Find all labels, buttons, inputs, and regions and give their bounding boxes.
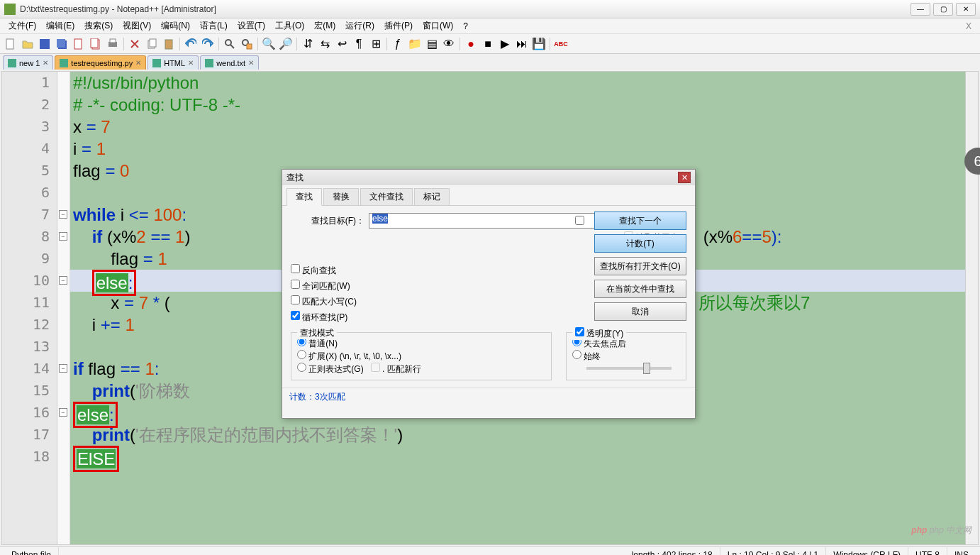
tab-close-icon[interactable]: ✕ bbox=[43, 59, 48, 67]
menu-macro[interactable]: 宏(M) bbox=[310, 18, 340, 33]
copy-icon[interactable] bbox=[144, 36, 160, 52]
file-icon bbox=[60, 59, 68, 67]
count-button[interactable]: 计数(T) bbox=[594, 234, 686, 253]
paste-icon[interactable] bbox=[161, 36, 177, 52]
close-file-icon[interactable] bbox=[71, 36, 87, 52]
menu-edit[interactable]: 编辑(E) bbox=[42, 18, 79, 33]
dialog-title: 查找 bbox=[286, 172, 304, 184]
trans-lostfocus-radio[interactable]: 失去焦点后 bbox=[572, 339, 626, 348]
svg-rect-11 bbox=[165, 40, 172, 49]
menu-window[interactable]: 窗口(W) bbox=[418, 18, 457, 33]
zoom-in-icon[interactable]: 🔍 bbox=[261, 36, 277, 52]
trans-always-radio[interactable]: 始终 bbox=[572, 351, 601, 361]
dialog-close-button[interactable]: ✕ bbox=[678, 172, 691, 183]
wrap-icon[interactable]: ↩ bbox=[334, 36, 350, 52]
dialog-titlebar[interactable]: 查找 ✕ bbox=[282, 170, 695, 185]
fold-minus-icon[interactable]: − bbox=[59, 364, 67, 373]
status-encoding[interactable]: UTF-8 bbox=[908, 547, 947, 555]
menu-run[interactable]: 运行(R) bbox=[341, 18, 379, 33]
status-position: Ln : 10 Col : 9 Sel : 4 | 1 bbox=[720, 547, 827, 555]
zoom-out-icon[interactable]: 🔎 bbox=[278, 36, 294, 52]
find-next-pin-checkbox[interactable] bbox=[575, 216, 584, 225]
play-multi-icon[interactable]: ⏭ bbox=[514, 36, 530, 52]
status-insert-mode[interactable]: INS bbox=[947, 547, 976, 555]
show-all-chars-icon[interactable]: ¶ bbox=[351, 36, 367, 52]
play-macro-icon[interactable]: ▶ bbox=[497, 36, 513, 52]
new-file-icon[interactable] bbox=[3, 36, 18, 52]
find-in-current-button[interactable]: 在当前文件中查找 bbox=[594, 280, 686, 298]
dialog-tab-mark[interactable]: 标记 bbox=[414, 188, 450, 205]
save-icon[interactable] bbox=[37, 36, 52, 52]
tab-new1[interactable]: new 1✕ bbox=[3, 55, 53, 70]
function-list-icon[interactable]: ƒ bbox=[390, 36, 406, 52]
cancel-button[interactable]: 取消 bbox=[594, 302, 686, 321]
dialog-tab-findfiles[interactable]: 文件查找 bbox=[360, 188, 413, 205]
dotall-checkbox[interactable]: . 匹配新行 bbox=[371, 364, 421, 374]
maximize-button[interactable]: ▢ bbox=[933, 3, 953, 16]
window-title: D:\txt\testrequestimg.py - Notepad++ [Ad… bbox=[20, 4, 911, 14]
sync-h-icon[interactable]: ⇆ bbox=[317, 36, 333, 52]
mode-extended-radio[interactable]: 扩展(X) (\n, \r, \t, \0, \x...) bbox=[297, 351, 401, 361]
fold-minus-icon[interactable]: − bbox=[59, 210, 67, 219]
indent-guide-icon[interactable]: ⊞ bbox=[368, 36, 384, 52]
menu-help[interactable]: ? bbox=[459, 20, 472, 33]
folder-view-icon[interactable]: 📁 bbox=[407, 36, 423, 52]
monitor-icon[interactable]: 👁 bbox=[441, 36, 457, 52]
menu-search[interactable]: 搜索(S) bbox=[80, 18, 117, 33]
toolbar: 🔍 🔎 ⇵ ⇆ ↩ ¶ ⊞ ƒ 📁 ▤ 👁 ● ■ ▶ ⏭ 💾 ABC bbox=[0, 34, 980, 54]
save-macro-icon[interactable]: 💾 bbox=[531, 36, 547, 52]
print-icon[interactable] bbox=[105, 36, 121, 52]
dialog-tab-find[interactable]: 查找 bbox=[286, 188, 322, 206]
fold-minus-icon[interactable]: − bbox=[59, 408, 67, 417]
mode-normal-radio[interactable]: 普通(N) bbox=[297, 339, 338, 348]
redo-icon[interactable] bbox=[200, 36, 216, 52]
tab-testrequestimg[interactable]: testrequestimg.py✕ bbox=[55, 55, 146, 70]
transparency-slider[interactable] bbox=[586, 367, 672, 370]
search-mode-group: 查找模式 bbox=[297, 327, 337, 339]
tab-wend[interactable]: wend.txt✕ bbox=[200, 55, 259, 70]
find-icon[interactable] bbox=[222, 36, 238, 52]
mode-regex-radio[interactable]: 正则表达式(G) bbox=[297, 364, 364, 374]
tab-html[interactable]: HTML✕ bbox=[147, 55, 199, 70]
menubar: 文件(F) 编辑(E) 搜索(S) 视图(V) 编码(N) 语言(L) 设置(T… bbox=[0, 18, 980, 34]
svg-rect-6 bbox=[91, 38, 98, 48]
stop-macro-icon[interactable]: ■ bbox=[480, 36, 496, 52]
sync-v-icon[interactable]: ⇵ bbox=[300, 36, 316, 52]
menu-view[interactable]: 视图(V) bbox=[118, 18, 155, 33]
find-all-open-button[interactable]: 查找所有打开文件(O) bbox=[594, 257, 686, 275]
find-next-button[interactable]: 查找下一个 bbox=[594, 211, 686, 230]
vertical-scrollbar[interactable] bbox=[965, 72, 978, 544]
tab-close-icon[interactable]: ✕ bbox=[248, 59, 254, 67]
statusbar: Python file length : 402 lines : 18 Ln :… bbox=[0, 546, 980, 555]
spellcheck-icon[interactable]: ABC bbox=[553, 36, 569, 52]
menu-tools[interactable]: 工具(O) bbox=[271, 18, 308, 33]
close-button[interactable]: ✕ bbox=[956, 3, 976, 16]
window-titlebar: D:\txt\testrequestimg.py - Notepad++ [Ad… bbox=[0, 0, 980, 18]
menu-language[interactable]: 语言(L) bbox=[196, 18, 232, 33]
undo-icon[interactable] bbox=[183, 36, 199, 52]
find-target-label: 查找目标(F)： bbox=[291, 215, 369, 227]
tab-close-icon[interactable]: ✕ bbox=[188, 59, 194, 67]
open-file-icon[interactable] bbox=[20, 36, 35, 52]
fold-minus-icon[interactable]: − bbox=[59, 232, 67, 241]
record-macro-icon[interactable]: ● bbox=[463, 36, 479, 52]
dialog-tab-replace[interactable]: 替换 bbox=[323, 188, 359, 205]
status-eol[interactable]: Windows (CR LF) bbox=[826, 547, 908, 555]
close-all-icon[interactable] bbox=[88, 36, 104, 52]
doc-map-icon[interactable]: ▤ bbox=[424, 36, 440, 52]
status-language: Python file bbox=[4, 547, 59, 555]
cut-icon[interactable] bbox=[127, 36, 143, 52]
minimize-button[interactable]: — bbox=[911, 3, 930, 16]
menu-area-close[interactable]: X bbox=[962, 21, 976, 31]
transparency-checkbox[interactable] bbox=[575, 327, 584, 336]
dialog-tabs: 查找 替换 文件查找 标记 bbox=[282, 185, 695, 206]
svg-rect-0 bbox=[6, 39, 13, 49]
menu-settings[interactable]: 设置(T) bbox=[233, 18, 269, 33]
replace-icon[interactable] bbox=[239, 36, 255, 52]
tab-close-icon[interactable]: ✕ bbox=[135, 59, 141, 67]
menu-encoding[interactable]: 编码(N) bbox=[157, 18, 194, 33]
menu-plugins[interactable]: 插件(P) bbox=[380, 18, 417, 33]
fold-minus-icon[interactable]: − bbox=[59, 276, 67, 285]
save-all-icon[interactable] bbox=[54, 36, 69, 52]
menu-file[interactable]: 文件(F) bbox=[4, 18, 40, 33]
